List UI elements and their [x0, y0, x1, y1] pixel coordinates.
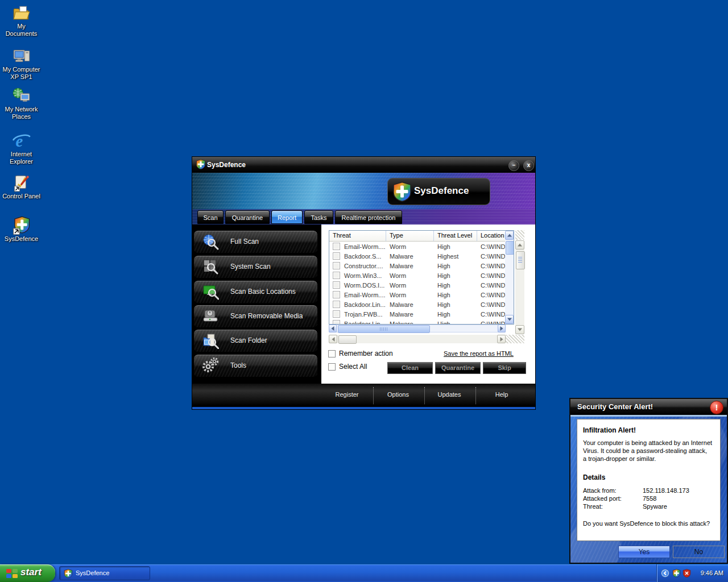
- table-row[interactable]: Worm.DOS.I...WormHighC:\WIND: [329, 280, 505, 290]
- tab-tasks[interactable]: Tasks: [304, 210, 333, 224]
- remember-action-checkbox[interactable]: [328, 350, 336, 357]
- table-row[interactable]: Email-Worm....WormHighC:\WIND: [329, 290, 505, 300]
- scroll-thumb[interactable]: [338, 335, 357, 344]
- row-checkbox[interactable]: [333, 291, 340, 298]
- skip-button[interactable]: Skip: [483, 362, 526, 374]
- sidebar-system-scan-button[interactable]: System Scan: [194, 256, 317, 278]
- scroll-up-button[interactable]: [515, 240, 524, 250]
- tray-security-alert-shield-icon[interactable]: [682, 569, 691, 577]
- thumb-grip: [380, 327, 388, 331]
- desktop-icon-internet-explorer[interactable]: e Internet Explorer: [1, 131, 42, 165]
- desktop-icon-label-2: Places: [1, 113, 42, 120]
- scroll-right-button[interactable]: [498, 325, 506, 332]
- tray-collapse-chevron-icon[interactable]: [661, 569, 669, 577]
- clock[interactable]: 9:46 AM: [701, 569, 723, 576]
- list-horizontal-scrollbar[interactable]: [329, 325, 506, 332]
- alert-text-line: Virus. It could be a password-stealing a…: [583, 447, 707, 455]
- sysdefence-icon: [12, 216, 31, 235]
- table-row[interactable]: Backdoor.S...MalwareHighestC:\WIND: [329, 251, 505, 261]
- sidebar-tools-button[interactable]: Tools: [194, 355, 317, 377]
- minimize-button[interactable]: –: [508, 160, 519, 171]
- scroll-left-icon: [332, 337, 334, 342]
- scroll-up-icon: [507, 234, 512, 237]
- alert-titlebar[interactable]: Security Center Alert! !: [570, 399, 727, 415]
- scrollbar-corner: [515, 230, 524, 240]
- desktop-icon-my-documents[interactable]: My Documents: [1, 3, 42, 38]
- scroll-left-button[interactable]: [329, 325, 337, 332]
- column-header-location[interactable]: Location: [477, 231, 505, 241]
- panel-vertical-scrollbar[interactable]: [515, 240, 524, 334]
- desktop-icon-control-panel[interactable]: Control Panel: [1, 173, 42, 200]
- row-checkbox[interactable]: [333, 310, 340, 318]
- control-panel-icon: [12, 173, 31, 193]
- scroll-down-button[interactable]: [515, 325, 524, 334]
- tray-sysdefence-shield-icon[interactable]: [672, 569, 681, 577]
- table-row[interactable]: Backdoor.Lin...MalwareHighC:\WIND: [329, 300, 505, 309]
- table-row[interactable]: Constructor....MalwareHighC:\WIND: [329, 261, 505, 271]
- tab-realtime-protection[interactable]: Realtime protection: [335, 210, 402, 224]
- alert-text-line: a trojan-dropper or similar.: [583, 455, 656, 463]
- clean-button[interactable]: Clean: [387, 362, 433, 374]
- table-row[interactable]: Email-Worm....WormHighC:\WIND: [329, 242, 505, 251]
- task-shield-icon: [64, 569, 73, 578]
- menu-updates[interactable]: Updates: [438, 391, 461, 398]
- row-checkbox[interactable]: [333, 272, 340, 279]
- table-row[interactable]: Trojan.FWB...MalwareHighC:\WIND: [329, 309, 505, 319]
- detail-value: 152.118.148.173: [643, 487, 689, 494]
- close-button[interactable]: x: [523, 160, 534, 171]
- quarantine-button[interactable]: Quarantine: [435, 362, 481, 374]
- sidebar-scan-basic-locations-button[interactable]: Scan Basic Locations: [194, 281, 317, 303]
- my-computer-icon: [12, 47, 31, 66]
- scroll-thumb[interactable]: [338, 325, 430, 333]
- row-checkbox[interactable]: [333, 262, 340, 269]
- tab-report[interactable]: Report: [271, 210, 303, 224]
- row-checkbox[interactable]: [333, 301, 340, 308]
- menu-options[interactable]: Options: [387, 391, 409, 398]
- desktop-icon-label: Internet: [1, 151, 42, 158]
- column-header-level[interactable]: Threat Level: [434, 231, 477, 241]
- row-checkbox[interactable]: [333, 281, 340, 289]
- start-button[interactable]: start: [0, 564, 55, 582]
- menu-register[interactable]: Register: [336, 391, 359, 398]
- scroll-thumb[interactable]: [506, 241, 514, 255]
- brand-name: SysDefence: [414, 185, 469, 197]
- desktop-icon-sysdefence[interactable]: SysDefence: [1, 216, 42, 243]
- panel-horizontal-scrollbar[interactable]: [329, 335, 506, 343]
- taskbar-task-sysdefence[interactable]: SysDefence: [59, 566, 150, 580]
- sidebar-full-scan-button[interactable]: Full Scan: [194, 231, 317, 253]
- row-checkbox[interactable]: [333, 320, 340, 325]
- no-button[interactable]: No: [673, 546, 725, 558]
- sidebar-scan-folder-button[interactable]: Scan Folder: [194, 330, 317, 352]
- desktop-icon-my-network-places[interactable]: My Network Places: [1, 86, 42, 120]
- sidebar-label: Scan Removable Media: [230, 312, 303, 320]
- desktop-icon-label: SysDefence: [1, 235, 42, 243]
- window-titlebar[interactable]: SysDefence – x: [192, 157, 535, 173]
- desktop-icon-my-computer[interactable]: My Computer XP SP1: [1, 47, 42, 81]
- table-row[interactable]: Backdoor.Lin...MalwareHighC:\WIND: [329, 319, 505, 325]
- column-header-threat[interactable]: Threat: [329, 231, 386, 241]
- list-vertical-scrollbar[interactable]: [505, 231, 514, 324]
- yes-button[interactable]: Yes: [618, 546, 670, 558]
- table-row[interactable]: Worm.Win3...WormHighC:\WIND: [329, 271, 505, 280]
- save-report-link[interactable]: Save the report as HTML: [444, 350, 514, 357]
- removable-media-icon: [202, 307, 219, 325]
- scroll-right-button[interactable]: [497, 335, 506, 343]
- menu-help[interactable]: Help: [495, 391, 508, 398]
- row-checkbox[interactable]: [333, 252, 340, 260]
- select-all-checkbox[interactable]: [328, 363, 336, 371]
- detail-value: 7558: [643, 495, 656, 502]
- scroll-left-icon: [332, 326, 334, 331]
- column-header-type[interactable]: Type: [386, 231, 434, 241]
- tab-scan[interactable]: Scan: [197, 210, 224, 224]
- scroll-thumb[interactable]: [516, 251, 525, 269]
- system-scan-icon: [202, 258, 219, 275]
- globe-scan-icon: [202, 233, 219, 250]
- row-checkbox[interactable]: [333, 243, 340, 250]
- scroll-up-button[interactable]: [505, 231, 514, 240]
- sidebar-scan-removable-media-button[interactable]: Scan Removable Media: [194, 305, 317, 327]
- scroll-left-button[interactable]: [329, 335, 337, 343]
- scroll-down-button[interactable]: [505, 315, 514, 324]
- scroll-down-icon: [507, 318, 512, 321]
- tab-quarantine[interactable]: Quarantine: [225, 210, 270, 224]
- scrollbar-corner: [506, 335, 524, 343]
